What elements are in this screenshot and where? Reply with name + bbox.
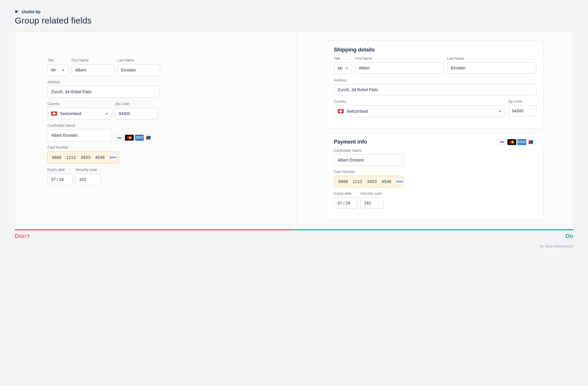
mastercard-icon: [507, 139, 516, 145]
first-name-input[interactable]: Albert: [71, 64, 114, 76]
visa-card-icon: VISA: [115, 135, 124, 141]
first-name-input[interactable]: Albert: [355, 62, 444, 74]
address-label: Address: [47, 80, 265, 84]
accepted-cards: VISA AMERICAN EXPRESS: [115, 135, 154, 141]
shipping-title: Shipping details: [334, 47, 375, 53]
last-name-label: Last Name: [447, 56, 536, 61]
amex-card-icon: AMERICAN EXPRESS: [135, 135, 144, 141]
cardholder-input[interactable]: Albert Einstein: [47, 129, 112, 141]
title-select[interactable]: Mr ▼: [47, 64, 69, 76]
last-name-input[interactable]: Einstein: [447, 62, 536, 74]
dont-underline: [15, 229, 294, 230]
expiry-input[interactable]: 07 / 24: [334, 197, 358, 209]
title-label: Title: [334, 56, 352, 61]
unionpay-card-icon: [145, 135, 154, 141]
switzerland-flag-icon: [338, 109, 344, 113]
country-label: Country: [47, 102, 112, 106]
address-label: Address: [334, 78, 537, 82]
cardholder-label: Cardholder Name: [47, 124, 112, 128]
chevron-down-icon: ▼: [498, 110, 501, 113]
card-number-input[interactable]: 9888 1212 3453 4546 VISA: [47, 151, 119, 164]
chevron-down-icon: ▼: [105, 112, 108, 115]
payment-title: Payment info: [334, 139, 367, 145]
visa-detected-icon: VISA: [110, 154, 117, 161]
mastercard-icon: [125, 135, 134, 141]
visa-detected-icon: VISA: [396, 178, 403, 185]
security-input[interactable]: 242: [76, 174, 101, 185]
payment-card: Payment info VISA AMERICAN EXPRESS Cardh…: [327, 133, 544, 220]
do-label: Do: [294, 233, 573, 239]
security-label: Security code: [360, 192, 384, 196]
accepted-cards: VISA AMERICAN EXPRESS: [497, 139, 536, 145]
title-select[interactable]: Mr ▼: [334, 62, 352, 74]
page-title: Group related fields: [15, 16, 573, 26]
name-row: Title Mr ▼ First Name Albert Last Name E…: [47, 58, 265, 80]
title-label: Title: [47, 58, 69, 62]
country-select[interactable]: Switzerland ▼: [47, 108, 112, 119]
card-number-input[interactable]: 9888 1212 3453 4546 VISA: [334, 176, 403, 187]
dont-panel: Title Mr ▼ First Name Albert Last Name E…: [15, 32, 297, 229]
switzerland-flag-icon: [51, 112, 57, 116]
security-input[interactable]: 242: [360, 197, 384, 209]
address-input[interactable]: Zurcih, 34 Robel Flats: [334, 84, 537, 95]
security-label: Security code: [76, 168, 101, 172]
zip-label: Zip Code: [508, 99, 536, 104]
visa-card-icon: VISA: [497, 139, 506, 145]
card-number-label: Card Number: [47, 145, 119, 149]
expiry-label: Expiry date: [47, 168, 73, 172]
do-panel: Shipping details Title Mr ▼ First Name A…: [297, 32, 573, 229]
comparison-underline: [15, 229, 573, 230]
country-label: Country: [334, 99, 505, 104]
amex-card-icon: AMERICAN EXPRESS: [517, 139, 526, 145]
pointing-hand-icon: ☛: [15, 9, 19, 14]
tip-row: ☛ Useful tip: [15, 9, 573, 14]
chevron-down-icon: ▼: [345, 67, 348, 70]
cardholder-input[interactable]: Albert Einstein: [334, 154, 403, 166]
tip-label: Useful tip: [22, 9, 41, 14]
address-input[interactable]: Zurcih, 34 Robel Flats: [47, 86, 160, 98]
first-name-label: First Name: [71, 58, 114, 62]
dont-label: Don't: [15, 233, 294, 239]
last-name-label: Last Name: [117, 58, 160, 62]
last-name-input[interactable]: Einstein: [117, 64, 160, 76]
zip-input[interactable]: 94300: [508, 105, 536, 117]
expiry-input[interactable]: 07 / 24: [47, 174, 73, 185]
title-value: Mr: [51, 68, 56, 72]
chevron-down-icon: ▼: [62, 69, 65, 72]
country-select[interactable]: Switzerland ▼: [334, 105, 505, 117]
card-number-label: Card Number: [334, 170, 403, 174]
cardholder-label: Cardholder Name: [334, 149, 403, 153]
author-credit: by Taras Bakusevych: [15, 244, 573, 248]
country-value: Switzerland: [60, 111, 81, 116]
comparison-labels: Don't Do: [15, 233, 573, 239]
page-header: ☛ Useful tip Group related fields: [15, 9, 573, 26]
shipping-card: Shipping details Title Mr ▼ First Name A…: [327, 41, 544, 129]
zip-input[interactable]: 94300: [115, 108, 158, 119]
do-underline: [294, 229, 573, 230]
first-name-label: First Name: [355, 56, 444, 61]
unionpay-card-icon: [527, 139, 536, 145]
zip-label: Zip Code: [115, 102, 158, 106]
comparison-container: Title Mr ▼ First Name Albert Last Name E…: [15, 31, 573, 229]
expiry-label: Expiry date: [334, 192, 358, 196]
